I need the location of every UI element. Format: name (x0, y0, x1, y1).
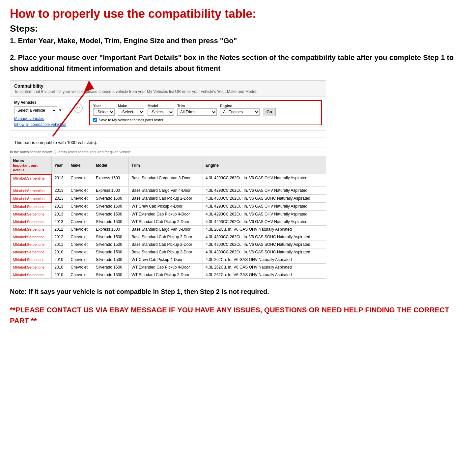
notes-value[interactable]: Mfrlabel:Serpentine ... (13, 250, 49, 254)
notes-value[interactable]: Mfrlabel:Serpentine ... (13, 265, 49, 269)
cell-trim: Base Standard Cab Pickup 2-Door (129, 233, 203, 241)
cell-engine: 4.3L 4293CC 262Cu. In. V6 GAS OHV Natura… (203, 210, 326, 218)
col-model: Model (93, 157, 128, 174)
arrow-indicator (43, 77, 102, 140)
cell-year: 2010 (52, 263, 68, 271)
step1-text: 1. Enter Year, Make, Model, Trim, Engine… (10, 36, 466, 46)
cell-trim: WT Standard Cab Pickup 2-Door (129, 218, 203, 225)
table-row: Mfrlabel:Serpentine ...2010ChevroletSilv… (10, 256, 326, 263)
model-label: Model (148, 104, 174, 108)
engine-label: Engine (220, 104, 260, 108)
cell-model: Silverado 1500 (93, 248, 128, 256)
cell-year: 2013 (52, 195, 68, 203)
col-engine: Engine (203, 157, 326, 174)
cell-engine: 4.3L 4300CC 262Cu. In. V6 GAS SOHC Natur… (203, 241, 326, 248)
cell-trim: Base Standard Cargo Van 3-Door (129, 225, 203, 233)
cell-notes: Mfrlabel:Serpentine ... (10, 256, 52, 263)
cell-trim: Base Standard Cargo Van 3-Door (129, 174, 203, 187)
go-button[interactable]: Go (263, 108, 276, 116)
main-title: How to properly use the compatibility ta… (10, 7, 466, 21)
save-label: Save to My Vehicles to finds parts faste… (99, 118, 163, 122)
cell-trim: WT Standard Cab Pickup 2-Door (129, 271, 203, 278)
cell-engine: 4.3L 4300CC 262Cu. In. V6 GAS SOHC Natur… (203, 233, 326, 241)
col-make: Make (68, 157, 93, 174)
cell-notes: Mfrlabel:Serpentine ... (10, 218, 52, 225)
notes-value[interactable]: Mfrlabel:Serpentine.... (13, 197, 49, 201)
cell-model: Silverado 1500 (93, 241, 128, 248)
cell-make: Chevrolet (68, 203, 93, 211)
trim-select[interactable]: All Trims (177, 108, 217, 116)
cell-make: Chevrolet (68, 271, 93, 278)
cell-trim: Base Standard Cargo Van 4-Door (129, 187, 203, 195)
cell-notes: Mfrlabel:Serpentine.... (10, 187, 52, 195)
save-row: Save to My Vehicles to finds parts faste… (93, 118, 318, 122)
table-row: Mfrlabel:Serpentine ....2013ChevroletExp… (10, 174, 326, 187)
notes-value[interactable]: Mfrlabel:Serpentine .... (13, 176, 44, 185)
make-select[interactable]: -Select- (118, 108, 144, 116)
svg-marker-1 (84, 80, 94, 92)
notes-value[interactable]: Mfrlabel:Serpentine ... (13, 212, 49, 216)
cell-year: 2010 (52, 248, 68, 256)
cell-year: 2013 (52, 218, 68, 225)
col-trim: Trim (129, 157, 203, 174)
cell-trim: WT Crew Cab Pickup 4-Door (129, 256, 203, 263)
cell-notes: Mfrlabel:Serpentine ... (10, 271, 52, 278)
cell-make: Chevrolet (68, 225, 93, 233)
notes-value[interactable]: Mfrlabel:Serpentine.... (13, 189, 49, 193)
notes-value[interactable]: Mfrlabel:Serpentine ... (13, 243, 49, 246)
cell-notes: Mfrlabel:Serpentine ... (10, 210, 52, 218)
notes-value[interactable]: Mfrlabel:Serpentine ... (13, 205, 49, 209)
table-body: Mfrlabel:Serpentine ....2013ChevroletExp… (10, 174, 326, 279)
step2-text: 2. Place your mouse over "Important Part… (10, 52, 466, 74)
notes-value[interactable]: Mfrlabel:Serpentine ... (13, 220, 49, 224)
cell-notes: Mfrlabel:Serpentine ... (10, 233, 52, 241)
notes-sub-header: Important part details (13, 163, 38, 172)
cell-engine: 4.3L 4293CC 262Cu. In. V6 GAS OHV Natura… (203, 174, 326, 187)
table-row: Mfrlabel:Serpentine ...2013ChevroletSilv… (10, 210, 326, 218)
cell-make: Chevrolet (68, 195, 93, 203)
cell-engine: 4.3L 4293CC 262Cu. In. V6 GAS OHV Natura… (203, 218, 326, 225)
model-field: Model -Select- (148, 104, 174, 116)
notes-value[interactable]: Mfrlabel:Serpentine ... (13, 273, 49, 277)
cell-make: Chevrolet (68, 174, 93, 187)
cell-year: 2013 (52, 203, 68, 211)
cell-notes: Mfrlabel:Serpentine ... (10, 241, 52, 248)
cell-make: Chevrolet (68, 241, 93, 248)
trim-label: Trim (177, 104, 217, 108)
compatibility-table: Notes Important part details Year Make M… (10, 157, 326, 279)
cell-engine: 4.3L 262Cu. In. V6 GAS OHV Naturally Asp… (203, 271, 326, 278)
notes-value[interactable]: Mfrlabel:Serpentine ... (13, 235, 49, 239)
cell-model: Express 1500 (93, 174, 128, 187)
cell-engine: 4.3L 262Cu. In. V6 GAS OHV Naturally Asp… (203, 263, 326, 271)
cell-notes: Mfrlabel:Serpentine ... (10, 203, 52, 211)
cell-model: Silverado 1500 (93, 256, 128, 263)
cell-year: 2011 (52, 241, 68, 248)
cell-make: Chevrolet (68, 263, 93, 271)
table-row: Mfrlabel:Serpentine ...2010ChevroletSilv… (10, 263, 326, 271)
note-text: Note: if it says your vehicle is not com… (10, 287, 466, 297)
trim-field: Trim All Trims (177, 104, 217, 116)
cell-notes: Mfrlabel:Serpentine.... (10, 195, 52, 203)
quantity-note: In the notes section below, Quantity ref… (10, 150, 326, 154)
table-row: Mfrlabel:Serpentine ...2013ChevroletSilv… (10, 218, 326, 225)
table-row: Mfrlabel:Serpentine ...2010ChevroletSilv… (10, 248, 326, 256)
engine-select[interactable]: All Engines (220, 108, 260, 116)
cell-model: Silverado 1500 (93, 271, 128, 278)
cell-make: Chevrolet (68, 210, 93, 218)
cell-year: 2010 (52, 271, 68, 278)
cell-make: Chevrolet (68, 248, 93, 256)
cell-make: Chevrolet (68, 233, 93, 241)
cell-notes: Mfrlabel:Serpentine .... (10, 174, 52, 187)
cell-year: 2013 (52, 187, 68, 195)
cell-engine: 4.3L 262Cu. In. V6 GAS OHV Naturally Asp… (203, 225, 326, 233)
col-notes: Notes Important part details (10, 157, 52, 174)
col-year: Year (52, 157, 68, 174)
table-row: Mfrlabel:Serpentine ...2012ChevroletExpr… (10, 225, 326, 233)
table-row: Mfrlabel:Serpentine....2013ChevroletExpr… (10, 187, 326, 195)
cell-model: Silverado 1500 (93, 195, 128, 203)
model-select[interactable]: -Select- (148, 108, 174, 116)
cell-make: Chevrolet (68, 187, 93, 195)
notes-value[interactable]: Mfrlabel:Serpentine ... (13, 227, 49, 231)
cell-notes: Mfrlabel:Serpentine ... (10, 225, 52, 233)
notes-value[interactable]: Mfrlabel:Serpentine ... (13, 258, 49, 262)
